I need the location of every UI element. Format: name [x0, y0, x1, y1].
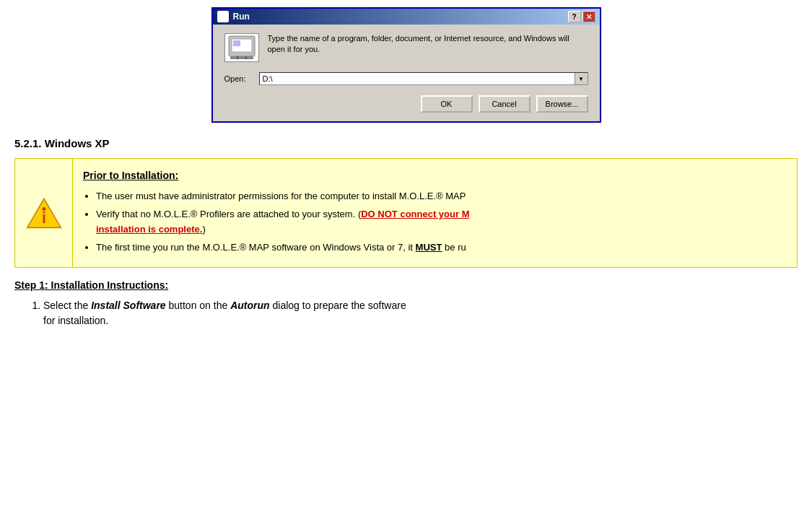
step-1-continued: for installation. [43, 315, 108, 326]
warning-icon: i [26, 195, 62, 231]
open-label: Open: [224, 74, 253, 83]
info-item-2-complete: installation is complete. [96, 224, 202, 235]
prompt-text: Type the name of a program, folder, docu… [268, 33, 588, 56]
dialog-icon: 🖥 [217, 11, 229, 22]
info-icon-col: i [15, 159, 73, 267]
dialog-buttons: OK Cancel Browse... [224, 95, 588, 113]
run-icon [224, 33, 259, 62]
dialog-top: Type the name of a program, folder, docu… [224, 33, 588, 62]
open-row: Open: ▼ [224, 72, 588, 85]
help-button[interactable]: ? [568, 11, 581, 22]
open-input[interactable] [260, 73, 575, 84]
step-1-mid: button on the [166, 300, 231, 311]
info-box-content: Prior to Installation: The user must hav… [73, 159, 797, 267]
step-list: Select the Install Software button on th… [14, 298, 798, 328]
section-heading: 5.2.1. Windows XP [14, 137, 798, 149]
info-item-3: The first time you run the M.O.L.E.® MAP… [96, 240, 787, 256]
svg-rect-2 [230, 56, 253, 59]
svg-text:i: i [41, 209, 45, 227]
close-button[interactable]: ✕ [582, 11, 595, 22]
svg-rect-5 [233, 40, 240, 46]
open-input-wrap[interactable]: ▼ [259, 72, 588, 85]
info-item-1-text: The user must have administrator permiss… [96, 191, 466, 201]
step-1-before: Select the [43, 300, 91, 311]
dialog-body: Type the name of a program, folder, docu… [213, 25, 600, 121]
step-1-bold1: Install Software [91, 300, 165, 311]
ok-button[interactable]: OK [421, 95, 473, 113]
step-heading: Step 1: Installation Instructions: [14, 279, 798, 291]
browse-button[interactable]: Browse... [536, 95, 588, 113]
step-item-1: Select the Install Software button on th… [43, 298, 798, 328]
step-1-after: dialog to prepare the software [270, 300, 406, 311]
dialog-title: Run [233, 12, 250, 22]
info-item-2: Verify that no M.O.L.E.® Profilers are a… [96, 207, 787, 237]
info-item-3-must: MUST [416, 242, 442, 253]
info-box-list: The user must have administrator permiss… [83, 189, 787, 255]
info-item-2-after: ) [202, 224, 205, 235]
cancel-button[interactable]: Cancel [479, 95, 531, 113]
info-box: i Prior to Installation: The user must h… [14, 158, 798, 268]
step-1-bold2: Autorun [230, 300, 269, 311]
info-item-2-before: Verify that no M.O.L.E.® Profilers are a… [96, 209, 361, 219]
info-box-title: Prior to Installation: [83, 167, 787, 183]
info-item-3-before: The first time you run the M.O.L.E.® MAP… [96, 242, 416, 253]
screenshot-area: 🖥 Run ? ✕ T [14, 7, 798, 123]
info-item-3-after: be ru [442, 242, 466, 253]
dropdown-arrow[interactable]: ▼ [575, 73, 588, 84]
svg-point-8 [42, 207, 45, 211]
dialog-titlebar: 🖥 Run ? ✕ [213, 9, 600, 25]
info-item-2-red: DO NOT connect your M [361, 209, 469, 219]
info-item-1: The user must have administrator permiss… [96, 189, 787, 204]
run-dialog: 🖥 Run ? ✕ T [211, 7, 601, 123]
titlebar-buttons: ? ✕ [568, 11, 595, 22]
titlebar-left: 🖥 Run [217, 11, 250, 22]
